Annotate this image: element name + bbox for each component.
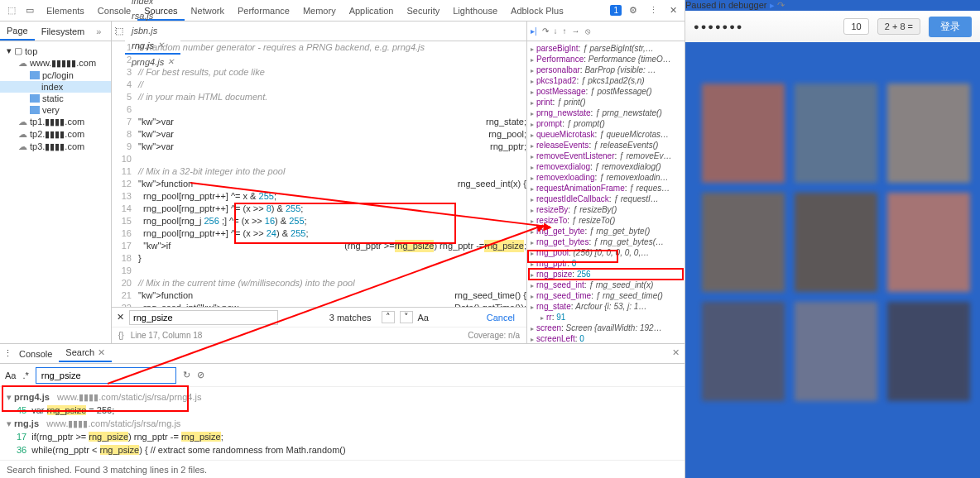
scope-var[interactable]: Performance: Performance {timeO… [529, 54, 683, 65]
drawer-menu-icon[interactable]: ⋮ [3, 348, 12, 359]
tree-item[interactable]: tp3.▮▮▮▮.com [0, 141, 111, 153]
subtab-page[interactable]: Page [0, 22, 35, 41]
find-close-icon[interactable]: ✕ [117, 312, 124, 323]
inspect-icon[interactable]: ⬚ [3, 2, 20, 19]
scope-var[interactable]: rng_state: Arcfour {i: 53, j: 1… [529, 301, 683, 312]
drawer-tab-console[interactable]: Console [12, 347, 59, 361]
tab-elements[interactable]: Elements [40, 2, 91, 19]
refresh-icon[interactable]: ↻ [183, 370, 190, 380]
tab-security[interactable]: Security [400, 2, 446, 19]
captcha-value[interactable]: 10 [843, 18, 868, 35]
error-badge[interactable]: 1 [610, 5, 622, 16]
scope-var[interactable]: pkcs1pad2: ƒ pkcs1pad2(s,n) [529, 75, 683, 86]
find-cancel[interactable]: Cancel [480, 313, 521, 323]
drawer-close-icon[interactable]: ✕ [672, 347, 680, 358]
scope-var[interactable]: removeEventListener: ƒ removeEv… [529, 151, 683, 161]
tree-item[interactable]: ▾ ▢top [0, 45, 111, 57]
thumbnail[interactable] [795, 302, 877, 401]
scope-var[interactable]: rng_psize: 256 [529, 269, 683, 280]
scope-var[interactable]: rr: 91 [529, 312, 683, 323]
stepover-icon[interactable]: ↷ [542, 26, 549, 36]
thumbnail[interactable] [702, 302, 785, 401]
close-icon[interactable]: ✕ [665, 2, 681, 19]
find-case[interactable]: Aa [418, 313, 429, 323]
step-icon[interactable]: → [572, 26, 580, 36]
scope-var[interactable]: rng_pool: (256) [0, 0, 0, 0, 0,… [529, 247, 683, 258]
scope-var[interactable]: resizeBy: ƒ resizeBy() [529, 204, 683, 215]
find-prev-icon[interactable]: ˄ [382, 311, 395, 323]
device-icon[interactable]: ▭ [22, 2, 38, 19]
tree-item[interactable]: tp1.▮▮▮▮.com [0, 116, 111, 128]
scope-var[interactable]: parseBigInt: ƒ parseBigInt(str,… [529, 43, 683, 54]
step-page-icon[interactable]: ↷ [777, 0, 785, 10]
result-match[interactable]: 36while(rng_pptr < rng_psize) { // extra… [7, 443, 678, 456]
tab-lighthouse[interactable]: Lighthouse [446, 2, 504, 19]
find-next-icon[interactable]: ˅ [400, 311, 413, 323]
scope-var[interactable]: print: ƒ print() [529, 97, 683, 108]
search-case[interactable]: Aa [5, 370, 16, 380]
tab-memory[interactable]: Memory [296, 2, 343, 19]
tree-item[interactable]: static [0, 93, 111, 104]
tab-performance[interactable]: Performance [231, 2, 296, 19]
scope-var[interactable]: prompt: ƒ prompt() [529, 118, 683, 129]
tab-close-icon[interactable]: ✕ [98, 347, 105, 357]
scope-var[interactable]: rng_get_byte: ƒ rng_get_byte() [529, 226, 683, 237]
tab-application[interactable]: Application [343, 2, 401, 19]
tree-item[interactable]: tp2.▮▮▮▮.com [0, 128, 111, 141]
tab-network[interactable]: Network [185, 2, 231, 19]
tree-item[interactable]: index [0, 81, 111, 93]
scope-var[interactable]: prng_newstate: ƒ prng_newstate() [529, 108, 683, 118]
scope-var[interactable]: rng_seed_time: ƒ rng_seed_time() [529, 290, 683, 301]
scope-var[interactable]: requestIdleCallback: ƒ requestI… [529, 194, 683, 204]
deactivate-icon[interactable]: ⦸ [585, 26, 590, 36]
tree-item[interactable]: www.▮▮▮▮▮.com [0, 57, 111, 69]
scope-var[interactable]: queueMicrotask: ƒ queueMicrotas… [529, 129, 683, 140]
scope-var[interactable]: rng_get_bytes: ƒ rng_get_bytes(… [529, 237, 683, 247]
scope-var[interactable]: rng_pptr: 0 [529, 258, 683, 269]
tree-item[interactable]: very [0, 104, 111, 116]
scope-panel[interactable]: parseBigInt: ƒ parseBigInt(str,…Performa… [527, 41, 685, 343]
search-regex[interactable]: .* [22, 370, 28, 380]
login-button[interactable]: 登录 [929, 17, 972, 37]
code-editor[interactable]: 1// Random number generator - requires a… [112, 41, 526, 307]
search-input[interactable] [36, 367, 176, 384]
scope-var[interactable]: removexdialog: ƒ removexdialog() [529, 161, 683, 172]
find-input[interactable] [129, 310, 278, 325]
tree-item[interactable]: pc/login [0, 69, 111, 81]
scope-var[interactable]: personalbar: BarProp {visible: … [529, 65, 683, 75]
scope-var[interactable]: screen: Screen {availWidth: 192… [529, 323, 683, 333]
thumbnail[interactable] [702, 193, 785, 292]
subtab-filesystem[interactable]: Filesystem [35, 23, 92, 40]
stepinto-icon[interactable]: ↓ [554, 26, 558, 36]
resume-page-icon[interactable]: ▸ [770, 0, 775, 10]
thumbnail[interactable] [887, 84, 970, 183]
stepout-icon[interactable]: ↑ [563, 26, 567, 36]
result-file[interactable]: rng.js www.▮▮▮▮.com/static/js/rsa/rng.js [7, 417, 678, 430]
scope-var[interactable]: removexloading: ƒ removexloadin… [529, 172, 683, 183]
file-tab[interactable]: jsbn.js [125, 23, 180, 38]
gear-icon[interactable]: ⚙ [625, 2, 641, 19]
thumbnail[interactable] [795, 84, 877, 183]
scope-var[interactable]: rng_seed_int: ƒ rng_seed_int(x) [529, 280, 683, 290]
thumbnail[interactable] [795, 193, 877, 292]
scope-var[interactable]: releaseEvents: ƒ releaseEvents() [529, 140, 683, 151]
clear-icon[interactable]: ⊘ [197, 370, 204, 380]
menu-icon[interactable]: ⋮ [645, 2, 661, 19]
file-tab[interactable]: rsa.js [125, 8, 180, 23]
brace-icon[interactable]: {} [118, 331, 124, 340]
scope-var[interactable]: requestAnimationFrame: ƒ reques… [529, 183, 683, 194]
drawer-tab-search[interactable]: Search✕ [59, 345, 112, 362]
result-match[interactable]: 17if(rng_pptr >= rng_psize) rng_pptr -= … [7, 430, 678, 443]
overflow-icon[interactable]: » [91, 26, 106, 36]
resume-icon[interactable]: ▸| [531, 26, 537, 36]
scope-var[interactable]: screenLeft: 0 [529, 333, 683, 343]
nav-icon[interactable]: ⬚ [115, 26, 123, 36]
result-match[interactable]: 45var rng_psize = 256; [7, 404, 678, 417]
thumbnail[interactable] [702, 84, 785, 183]
thumbnail[interactable] [887, 302, 970, 401]
thumbnail[interactable] [887, 193, 970, 292]
file-tab[interactable]: index [125, 0, 180, 8]
tab-adblock-plus[interactable]: Adblock Plus [504, 2, 570, 19]
result-file[interactable]: prng4.js www.▮▮▮▮.com/static/js/rsa/prng… [7, 390, 678, 404]
scope-var[interactable]: postMessage: ƒ postMessage() [529, 86, 683, 97]
